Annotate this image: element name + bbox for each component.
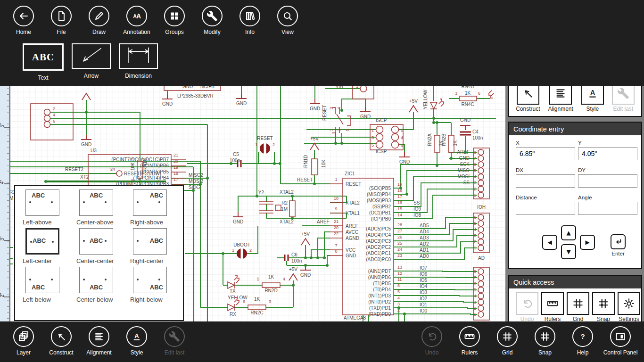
svg-text:C6: C6 [291,252,297,257]
layer-circle [13,326,34,347]
alignment-tile-right-above[interactable]: ABC [133,189,167,216]
style-button[interactable]: A Style [118,326,156,356]
anchor-dot [105,279,107,280]
svg-text:U3: U3 [91,148,97,153]
svg-text:(PCINT6)PB6: (PCINT6)PB6 [140,163,169,168]
control-panel-button[interactable]: Control Panel [602,326,639,356]
justify-icon [93,331,105,342]
groups-button[interactable]: Groups [156,6,193,35]
nudge-left-button[interactable]: ◀ [542,235,557,250]
svg-text:4: 4 [474,294,476,298]
alignment-tile-left-above[interactable]: ABC [25,189,59,216]
file-button[interactable]: File [42,6,80,35]
draw-button[interactable]: Draw [80,6,118,35]
anchor-dot [158,240,160,242]
anchor-dot [158,279,160,280]
alignment-tile-left-below[interactable]: ABC [25,267,59,293]
style-panel-label: Style [586,106,599,112]
annotation-circle: AA [126,6,147,26]
svg-text:AREF: AREF [457,149,470,155]
svg-text:2: 2 [272,142,275,147]
grid-button[interactable]: Grid [488,326,526,356]
rulers-panel-button[interactable]: Rulers [541,292,564,322]
dy-input[interactable] [578,174,637,188]
alignment-tile-right-below[interactable]: ABC [133,267,167,293]
svg-text:1: 1 [335,177,337,182]
snap-panel-button[interactable]: Snap [592,292,615,322]
x-input[interactable] [516,147,575,160]
svg-text:VCC: VCC [346,247,355,253]
alignment-tile-right-center[interactable]: ABC [133,228,167,255]
text-tool-button[interactable]: ABC Text [23,43,64,81]
nudge-down-button[interactable]: ▼ [561,244,576,259]
grid-icon [502,331,513,342]
edit-last-button: Edit last [156,326,193,356]
alignment-tile-center-center[interactable]: ABC [79,228,113,255]
svg-text:AGND: AGND [346,236,359,241]
file-circle [51,6,72,26]
alignment-panel-button[interactable]: Alignment [548,82,573,116]
home-button[interactable]: Home [5,6,42,35]
dimension-tool-label: Dimension [125,73,152,79]
alignment-tile-left-center[interactable]: ABC [25,228,59,255]
svg-text:25: 25 [397,241,402,246]
angle-input[interactable] [578,202,637,215]
snap-box [592,292,615,315]
svg-text:2: 2 [337,129,341,131]
svg-text:(ADC5)PC5: (ADC5)PC5 [366,226,391,231]
text-alignment-dialog: ABC Left-above ABC Center-above ABC Righ… [14,185,184,321]
alignment-button[interactable]: Alignment [80,326,118,356]
svg-text:(PCINT5)PB5: (PCINT5)PB5 [140,169,169,174]
style-panel-button[interactable]: A Style [581,82,604,116]
dx-input[interactable] [516,174,575,188]
alignment-option-right-center: ABC Right-center [129,228,183,264]
svg-text:GND: GND [459,156,470,161]
alignment-option-left-below: ABC Left-below [22,267,75,303]
help-icon: ? [577,331,588,342]
svg-text:3: 3 [269,299,271,304]
alignment-option-center-center: ABC Center-center [75,228,129,264]
nudge-right-button[interactable]: ▶ [580,235,595,250]
svg-text:RN2A: RN2A [427,133,432,146]
nudge-up-button[interactable]: ▲ [561,225,576,240]
svg-text:(TXD)PD1: (TXD)PD1 [369,305,391,311]
annotation-button[interactable]: AA Annotation [118,6,156,35]
svg-text:(MOSI)PB3: (MOSI)PB3 [367,198,391,203]
svg-text:8: 8 [474,269,476,274]
construct-button[interactable]: Construct [42,326,80,356]
ruler-icon [546,297,559,310]
grid-panel-button[interactable]: Grid [567,292,589,322]
modify-button[interactable]: Modify [193,6,231,35]
svg-text:6: 6 [474,215,476,220]
groups-label: Groups [165,29,183,35]
angle-field-label: Angle [578,195,637,200]
snap-label: Snap [538,349,552,356]
alignment-tile-center-below[interactable]: ABC [79,267,113,293]
construct-panel-button[interactable]: Construct [516,82,540,116]
settings-panel-button[interactable]: Settings [618,292,640,322]
alignment-tile-center-above[interactable]: ABC [79,189,113,216]
svg-text:2: 2 [474,306,476,311]
svg-text:ICSP: ICSP [376,149,387,154]
distance-field-label: Distance [516,195,575,200]
anchor-dot [51,201,53,203]
distance-input[interactable] [516,202,575,215]
dimension-tool-button[interactable]: Dimension [119,43,158,81]
svg-text:22: 22 [334,231,339,236]
y-input[interactable] [578,147,637,160]
snap-button[interactable]: Snap [526,326,564,356]
layer-button[interactable]: Layer [5,326,42,356]
arrow-tool-button[interactable]: Arrow [72,43,111,81]
svg-text:ISCP: ISCP [376,118,387,123]
rulers-label: Rulers [462,349,478,356]
help-button[interactable]: ? Help [564,326,602,356]
info-button[interactable]: Info [231,6,269,35]
svg-text:100n: 100n [472,135,483,140]
bottom-toolbar-left: Layer Construct AlignmentA Style Edit la… [5,326,193,356]
svg-text:AD5: AD5 [420,223,429,228]
rulers-button[interactable]: Rulers [451,326,488,356]
alignment-option-right-below: ABC Right-below [129,267,183,303]
enter-button[interactable] [611,234,626,249]
alignment-option-label: Right-center [130,257,164,264]
view-button[interactable]: View [269,6,306,35]
